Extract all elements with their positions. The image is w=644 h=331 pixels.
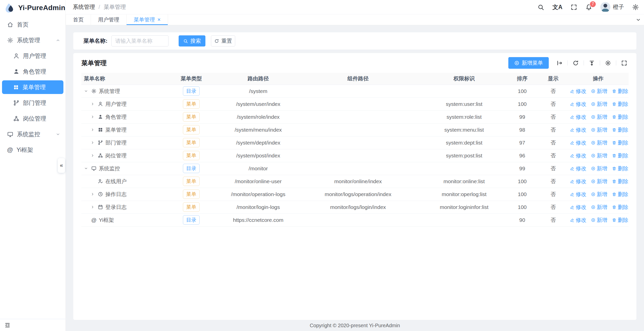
- chevron-right-icon[interactable]: [90, 153, 96, 158]
- chevron-right-icon[interactable]: [90, 205, 96, 209]
- edit-button[interactable]: 修改: [570, 178, 586, 185]
- expand-all-button[interactable]: [555, 60, 564, 66]
- add-button[interactable]: 新增: [591, 204, 607, 211]
- edit-button[interactable]: 修改: [570, 204, 586, 211]
- user-menu[interactable]: 橙子: [600, 2, 624, 12]
- sidebar-item-home[interactable]: 首页: [0, 17, 65, 32]
- add-button[interactable]: 新增: [591, 113, 607, 121]
- close-icon[interactable]: ×: [157, 17, 161, 22]
- search-button[interactable]: [537, 4, 544, 11]
- chevron-right-icon[interactable]: [90, 140, 96, 145]
- delete-label: 删除: [618, 217, 628, 224]
- search-panel: 菜单名称: 搜索 重置: [73, 32, 636, 50]
- edit-button[interactable]: 修改: [570, 152, 586, 159]
- delete-label: 删除: [618, 101, 628, 108]
- density-icon: [589, 60, 595, 66]
- edit-button[interactable]: 修改: [570, 88, 586, 95]
- add-button[interactable]: 新增: [591, 165, 607, 172]
- sidebar-item-roles[interactable]: 角色管理: [0, 64, 65, 79]
- tab-menu-management[interactable]: 菜单管理 ×: [127, 14, 168, 25]
- breadcrumb-item-current: 菜单管理: [104, 3, 126, 11]
- search-submit-button[interactable]: 搜索: [179, 35, 205, 46]
- chevron-right-icon[interactable]: [90, 102, 96, 106]
- delete-button[interactable]: 删除: [612, 217, 628, 224]
- sidebar-item-departments[interactable]: 部门管理: [0, 95, 65, 111]
- breadcrumb-item[interactable]: 系统管理: [73, 3, 95, 11]
- edit-button[interactable]: 修改: [570, 217, 586, 224]
- component-path: [294, 136, 422, 149]
- delete-button[interactable]: 删除: [612, 101, 628, 108]
- delete-button[interactable]: 删除: [612, 165, 628, 172]
- divider: [616, 60, 616, 65]
- route-path: /system/user/index: [223, 98, 294, 110]
- edit-button[interactable]: 修改: [570, 113, 586, 121]
- delete-button[interactable]: 删除: [612, 113, 628, 121]
- sidebar-item-posts[interactable]: 岗位管理: [0, 111, 65, 126]
- tab-home[interactable]: 首页: [66, 14, 91, 25]
- settings-button[interactable]: [632, 4, 639, 11]
- column-settings-button[interactable]: [604, 60, 612, 66]
- sidebar-item-label: 用户管理: [23, 52, 46, 60]
- chevron-right-icon[interactable]: [90, 192, 96, 196]
- sidebar-item-menus[interactable]: 菜单管理: [2, 80, 63, 94]
- sidebar-item-yi-framework[interactable]: @ Yi框架: [0, 142, 65, 158]
- menu-fold-icon[interactable]: [5, 322, 10, 328]
- add-button[interactable]: 新增: [591, 178, 607, 185]
- refresh-table-button[interactable]: [571, 60, 580, 66]
- add-menu-button[interactable]: 新增菜单: [508, 57, 549, 69]
- notifications-button[interactable]: 7: [585, 4, 592, 11]
- copyright-text: Copyright © 2020-present Yi-PureAdmin: [310, 323, 400, 328]
- sort-value: 98: [506, 123, 539, 136]
- edit-button[interactable]: 修改: [570, 101, 586, 108]
- chevron-down-icon[interactable]: [84, 166, 89, 171]
- trash-icon: [612, 102, 616, 106]
- menu-type-tag: 菜单: [183, 190, 200, 199]
- app-logo[interactable]: Yi-PureAdmin: [0, 0, 65, 16]
- delete-button[interactable]: 删除: [612, 88, 628, 95]
- density-button[interactable]: [588, 60, 596, 66]
- add-button[interactable]: 新增: [591, 139, 607, 146]
- chevron-right-icon[interactable]: [90, 115, 96, 119]
- add-button[interactable]: 新增: [591, 191, 607, 198]
- trash-icon: [612, 166, 616, 171]
- add-label: 新增: [597, 139, 607, 146]
- sidebar-item-monitor[interactable]: 系统监控: [0, 126, 65, 142]
- translate-button[interactable]: 文A: [552, 3, 562, 11]
- edit-button[interactable]: 修改: [570, 139, 586, 146]
- chevron-right-icon[interactable]: [90, 128, 96, 132]
- component-path: [294, 85, 422, 98]
- sidebar-item-system[interactable]: 系统管理: [0, 32, 65, 48]
- edit-button[interactable]: 修改: [570, 191, 586, 198]
- grid-icon: [13, 84, 19, 90]
- tabs-bar: 首页 用户管理 菜单管理 ×: [66, 14, 644, 25]
- delete-button[interactable]: 删除: [612, 178, 628, 185]
- sidebar-item-label: 角色管理: [23, 68, 46, 76]
- add-button[interactable]: 新增: [591, 88, 607, 95]
- add-label: 新增: [597, 204, 607, 211]
- table-row: 用户管理 菜单 /system/user/index system:user:l…: [81, 98, 629, 110]
- add-button[interactable]: 新增: [591, 217, 607, 224]
- delete-button[interactable]: 删除: [612, 126, 628, 133]
- table-fullscreen-button[interactable]: [620, 60, 628, 66]
- delete-button[interactable]: 删除: [612, 152, 628, 159]
- delete-button[interactable]: 删除: [612, 191, 628, 198]
- reset-button[interactable]: 重置: [211, 35, 235, 46]
- edit-label: 修改: [576, 101, 586, 108]
- tabs-dropdown-button[interactable]: [632, 14, 644, 25]
- fullscreen-button[interactable]: [570, 4, 577, 11]
- sidebar-item-label: 首页: [17, 21, 29, 29]
- edit-button[interactable]: 修改: [570, 126, 586, 133]
- tab-label: 菜单管理: [134, 16, 155, 23]
- delete-button[interactable]: 删除: [612, 139, 628, 146]
- add-button[interactable]: 新增: [591, 126, 607, 133]
- chevron-down-icon[interactable]: [84, 89, 89, 93]
- sidebar-collapse-button[interactable]: «: [58, 158, 65, 173]
- sidebar-item-users[interactable]: 用户管理: [0, 48, 65, 64]
- delete-button[interactable]: 删除: [612, 204, 628, 211]
- add-button[interactable]: 新增: [591, 101, 607, 108]
- menu-name-input[interactable]: [111, 35, 169, 46]
- plus-circle-icon: [591, 218, 595, 222]
- tab-user-management[interactable]: 用户管理: [91, 14, 127, 25]
- edit-button[interactable]: 修改: [570, 165, 586, 172]
- add-button[interactable]: 新增: [591, 152, 607, 159]
